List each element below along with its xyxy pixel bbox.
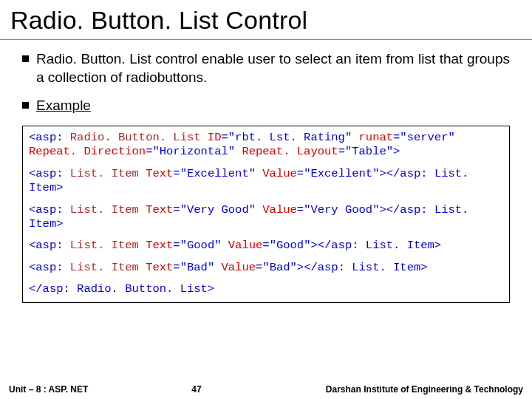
- bullet-item: Example: [22, 97, 510, 115]
- code-token: "Bad": [262, 261, 297, 274]
- code-token: Text: [146, 239, 173, 252]
- code-token: "Very Good": [180, 203, 256, 216]
- code-token: <asp:: [29, 131, 64, 144]
- code-token: "Table": [345, 145, 393, 158]
- code-token: Repeat. Layout: [242, 145, 338, 158]
- code-token: "Good": [270, 239, 311, 252]
- code-token: List. Item: [64, 167, 146, 180]
- code-token: =: [297, 167, 304, 180]
- slide-body: Radio. Button. List control enable user …: [0, 40, 532, 303]
- code-token: =: [338, 145, 345, 158]
- code-line-item: <asp: List. Item Text="Very Good" Value=…: [29, 203, 503, 232]
- slide-footer: Unit – 8 : ASP. NET 47 Darshan Institute…: [0, 380, 532, 399]
- code-token: Value: [222, 261, 256, 274]
- code-line-close: </asp: Radio. Button. List>: [29, 282, 503, 296]
- code-token: "server": [400, 131, 454, 144]
- code-token: "Good": [180, 239, 222, 252]
- code-token: =: [297, 203, 304, 216]
- footer-unit-prefix: Unit – 8 :: [9, 384, 49, 395]
- footer-unit-subject: ASP. NET: [49, 384, 89, 395]
- code-token: Value: [262, 167, 297, 180]
- code-token: "Horizontal": [152, 145, 235, 158]
- bullet-square-icon: [22, 55, 29, 62]
- code-token: Text: [146, 261, 173, 274]
- code-token: <asp:: [29, 261, 64, 274]
- slide-title: Radio. Button. List Control: [0, 0, 532, 40]
- footer-page-number: 47: [191, 384, 201, 395]
- bullet-text: Radio. Button. List control enable user …: [36, 50, 510, 86]
- code-line-item: <asp: List. Item Text="Excellent" Value=…: [29, 167, 503, 196]
- footer-unit: Unit – 8 : ASP. NET: [9, 384, 88, 395]
- code-line-item: <asp: List. Item Text="Good" Value="Good…: [29, 239, 503, 253]
- code-token: </asp: Radio. Button. List>: [29, 282, 214, 296]
- code-token: ></asp: List. Item>: [297, 261, 428, 274]
- code-token: "Excellent": [180, 167, 256, 180]
- code-token: List. Item: [64, 203, 146, 216]
- code-token: List. Item: [64, 239, 146, 252]
- code-token: =: [221, 131, 228, 144]
- code-token: Value: [228, 239, 263, 252]
- code-token: <asp:: [29, 203, 64, 216]
- code-token: =: [173, 239, 180, 252]
- code-line-open: <asp: Radio. Button. List ID="rbt. Lst. …: [29, 131, 503, 160]
- bullet-item: Radio. Button. List control enable user …: [22, 50, 510, 86]
- code-token: =: [256, 261, 262, 274]
- code-token: Value: [262, 203, 297, 216]
- code-token: ></asp: List. Item>: [310, 239, 441, 252]
- code-line-item: <asp: List. Item Text="Bad" Value="Bad">…: [29, 261, 503, 275]
- bullet-square-icon: [22, 102, 29, 109]
- code-token: Radio. Button. List: [64, 131, 208, 144]
- code-token: =: [393, 131, 400, 144]
- code-token: ID: [208, 131, 222, 144]
- code-token: "rbt. Lst. Rating": [228, 131, 352, 144]
- code-token: runat: [359, 131, 394, 144]
- code-token: Text: [146, 203, 173, 216]
- code-token: =: [262, 239, 269, 252]
- code-token: =: [173, 167, 180, 180]
- bullet-text-example: Example: [36, 97, 91, 115]
- code-token: List. Item: [64, 261, 146, 274]
- footer-institute: Darshan Institute of Engineering & Techn…: [326, 384, 523, 395]
- code-token: =: [173, 203, 180, 216]
- code-token: =: [173, 261, 180, 274]
- code-token: >: [393, 145, 400, 158]
- code-token: <asp:: [29, 167, 64, 180]
- code-token: "Excellent": [304, 167, 379, 180]
- code-token: <asp:: [29, 239, 64, 252]
- code-token: "Very Good": [304, 203, 379, 216]
- code-token: Text: [146, 167, 173, 180]
- code-example-box: <asp: Radio. Button. List ID="rbt. Lst. …: [22, 126, 510, 303]
- code-token: Repeat. Direction: [29, 145, 146, 158]
- code-token: "Bad": [180, 261, 215, 274]
